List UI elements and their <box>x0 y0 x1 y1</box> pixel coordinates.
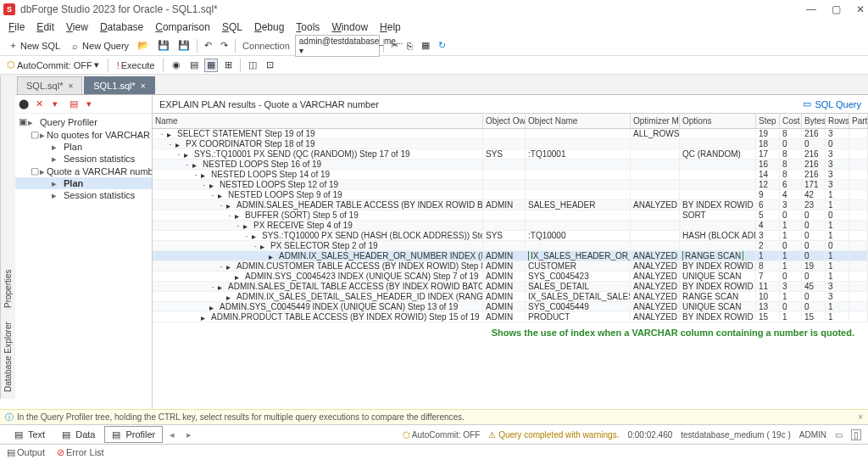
tool-icon[interactable]: ▦ <box>418 38 433 53</box>
tree-item[interactable]: ▢▸Quote a VARCHAR number <box>15 165 152 177</box>
column-header[interactable]: Object Name <box>526 114 631 128</box>
grid-row[interactable]: -▸PX COORDINATOR Step 18 of 1918000 <box>153 139 868 149</box>
grid-row[interactable]: -▸BUFFER (SORT) Step 5 of 19SORT5000 <box>153 210 868 221</box>
tree-item[interactable]: ▸Session statistics <box>15 189 152 201</box>
output-button[interactable]: ▤Output <box>7 447 45 458</box>
menu-view[interactable]: View <box>61 20 93 35</box>
view-toggle-icon[interactable]: ◫ <box>246 59 259 72</box>
save-all-icon[interactable]: 💾 <box>175 38 193 53</box>
grid-row[interactable]: -▸SYS.:TQ10001 PX SEND (QC (RANDOM)) Ste… <box>153 149 868 160</box>
autocommit-button[interactable]: ⬡ AutoCommit: OFF ▾ <box>3 58 103 72</box>
column-header[interactable]: Step <box>756 114 780 128</box>
grid-row[interactable]: -▸NESTED LOOPS Step 12 of 191261713 <box>153 180 868 190</box>
grid-row[interactable]: ▸ADMIN.PRODUCT TABLE ACCESS (BY INDEX RO… <box>153 312 868 322</box>
stop-icon[interactable]: ◉ <box>169 58 184 72</box>
column-header[interactable]: Options <box>680 114 756 128</box>
bottom-tab-data[interactable]: ▤Data <box>54 426 103 443</box>
execute-button[interactable]: ! Execute <box>114 59 159 72</box>
info-close-icon[interactable]: × <box>858 412 863 422</box>
grid-row[interactable]: -▸ADMIN.SALES_DETAIL TABLE ACCESS (BY IN… <box>153 282 868 292</box>
minimize-icon[interactable]: — <box>806 3 816 15</box>
grid-row[interactable]: ▸ADMIN.IX_SALES_DETAIL_SALES_HEADER_ID I… <box>153 292 868 302</box>
connection-dropdown[interactable]: admin@testdatabase_me... ▾ <box>295 35 380 57</box>
grid-row[interactable]: ▸ADMIN.SYS_C0045449 INDEX (UNIQUE SCAN) … <box>153 302 868 312</box>
menu-file[interactable]: File <box>3 20 30 35</box>
grid-row[interactable]: -▸PX RECEIVE Step 4 of 194101 <box>153 221 868 231</box>
cell: 3 <box>826 292 849 301</box>
sql-query-button[interactable]: ▭SQL Query <box>803 98 861 109</box>
refresh-icon[interactable]: ↻ <box>435 38 449 53</box>
nav-prev-icon[interactable]: ◂ <box>164 428 180 442</box>
grid-row[interactable]: -▸ADMIN.CUSTOMER TABLE ACCESS (BY INDEX … <box>153 261 868 272</box>
view-toggle-icon[interactable]: ⊡ <box>263 59 276 72</box>
bottom-tab-profiler[interactable]: ▤Profiler <box>104 426 163 443</box>
view-toggle-icon[interactable]: ▦ <box>204 59 218 72</box>
save-icon[interactable]: 💾 <box>154 38 173 53</box>
tree-item[interactable]: ▢▸No quotes for VARCHAR number <box>15 128 152 141</box>
view-toggle-icon[interactable]: ⊞ <box>221 59 235 72</box>
grid-row[interactable]: -▸NESTED LOOPS Step 16 of 191682163 <box>153 160 868 170</box>
column-header[interactable]: Object Owner <box>483 114 526 128</box>
grid-row[interactable]: -▸PX SELECTOR Step 2 of 192000 <box>153 241 868 251</box>
tree-item[interactable]: ▸Plan <box>15 177 152 189</box>
tab-close-icon[interactable]: × <box>141 81 146 91</box>
view-toggle-icon[interactable]: ▤ <box>187 59 201 72</box>
new-query-button[interactable]: ⌕New Query <box>65 38 132 53</box>
cell: IX_SALES_DETAIL_SALES_HEADER_ID <box>526 292 631 301</box>
open-icon[interactable]: 📂 <box>134 38 153 53</box>
delete-icon[interactable]: ✕ <box>36 98 47 110</box>
menu-window[interactable]: Window <box>326 20 373 35</box>
menu-edit[interactable]: Edit <box>31 20 59 35</box>
user-name: ADMIN <box>799 430 826 440</box>
layout-icon[interactable]: ▭ <box>835 430 843 440</box>
menu-comparison[interactable]: Comparison <box>150 20 215 35</box>
tool-icon[interactable]: ✂ <box>387 38 402 53</box>
down-icon[interactable]: ▾ <box>86 98 98 110</box>
tool-icon[interactable]: ⎘ <box>403 39 416 53</box>
column-header[interactable]: Optimizer Mode <box>631 114 680 128</box>
layout-icon[interactable]: ▯ <box>851 429 861 440</box>
error-list-button[interactable]: ⊘Error List <box>57 447 104 458</box>
down-icon[interactable]: ▾ <box>53 98 64 110</box>
tab-sql1[interactable]: SQL1.sql*× <box>84 76 154 94</box>
menu-help[interactable]: Help <box>375 20 406 35</box>
cell: 216 <box>802 160 826 169</box>
grid-row[interactable]: -▸ADMIN.SALES_HEADER TABLE ACCESS (BY IN… <box>153 200 868 210</box>
nav-next-icon[interactable]: ▸ <box>181 428 197 442</box>
grid-row[interactable]: -▸NESTED LOOPS Step 14 of 191482163 <box>153 170 868 180</box>
tab-sql[interactable]: SQL.sql*× <box>17 76 82 94</box>
undo-icon[interactable]: ↶ <box>201 38 215 53</box>
properties-tab[interactable]: Properties <box>3 270 13 309</box>
tab-close-icon[interactable]: × <box>68 81 73 91</box>
grid-row[interactable]: -▸SELECT STATEMENT Step 19 of 19ALL_ROWS… <box>153 129 868 139</box>
tree-item[interactable]: ▸Session statistics <box>15 153 152 165</box>
close-icon[interactable]: ✕ <box>856 3 865 15</box>
record-icon[interactable]: ⬤ <box>19 98 31 110</box>
tree-item[interactable]: ▸Plan <box>15 141 152 153</box>
grid-row[interactable]: -▸NESTED LOOPS Step 9 of 1994421 <box>153 190 868 200</box>
menu-debug[interactable]: Debug <box>249 20 289 35</box>
grid-row[interactable]: ▸ADMIN.SYS_C0045423 INDEX (UNIQUE SCAN) … <box>153 272 868 282</box>
column-header[interactable]: Rows <box>826 114 849 128</box>
filter-icon[interactable]: ▤ <box>70 98 81 110</box>
maximize-icon[interactable]: ▢ <box>832 3 841 15</box>
menu-database[interactable]: Database <box>95 20 148 35</box>
column-header[interactable]: Parti <box>849 114 868 128</box>
column-header[interactable]: Bytes <box>802 114 826 128</box>
column-header[interactable]: Cost <box>780 114 802 128</box>
tree-label: No quotes for VARCHAR number <box>47 130 152 140</box>
redo-icon[interactable]: ↷ <box>217 38 231 53</box>
grid-row[interactable]: ▸ADMIN.IX_SALES_HEADER_OR_NUMBER INDEX (… <box>153 251 868 261</box>
new-sql-button[interactable]: ＋New SQL <box>3 38 64 53</box>
bottom-tab-text[interactable]: ▤Text <box>7 426 53 443</box>
column-header[interactable]: Name <box>153 114 483 128</box>
cell: 7 <box>756 272 780 281</box>
cell: :TQ10001 <box>526 149 631 159</box>
menu-sql[interactable]: SQL <box>217 20 248 35</box>
cell: 0 <box>826 139 849 148</box>
tree-label: Query Profiler <box>40 117 97 127</box>
tree-item[interactable]: ▣▸Query Profiler <box>15 115 152 128</box>
database-explorer-tab[interactable]: Database Explorer <box>3 322 13 392</box>
menu-tools[interactable]: Tools <box>291 20 325 35</box>
grid-row[interactable]: -▸SYS.:TQ10000 PX SEND (HASH (BLOCK ADDR… <box>153 231 868 241</box>
